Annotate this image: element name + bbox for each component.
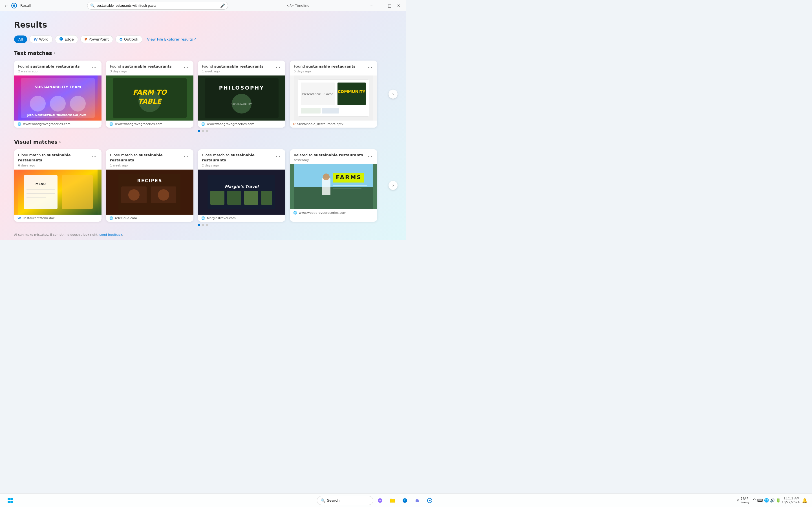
svg-point-9 <box>30 96 46 112</box>
microphone-icon[interactable]: 🎤 <box>220 3 225 8</box>
dot-1[interactable] <box>198 130 200 132</box>
card-title-text-3: Found sustainable restaurants <box>202 64 264 69</box>
svg-point-58 <box>323 173 329 180</box>
visual-match-card-3[interactable]: Close match to sustainable restaurants 2… <box>198 149 285 221</box>
card-header-3: Found sustainable restaurants 1 week ago… <box>198 61 285 75</box>
visual-matches-header[interactable]: Visual matches › <box>14 139 392 145</box>
vm-card-image-4: FARMS <box>290 164 377 209</box>
vm-card-title-text-4: Related to sustainable restaurants <box>294 153 363 158</box>
svg-point-11 <box>70 96 86 112</box>
visual-matches-carousel: Close match to sustainable restaurants 6… <box>14 149 392 221</box>
text-match-card-4[interactable]: Found sustainable restaurants 5 days ago… <box>290 61 377 128</box>
svg-point-10 <box>50 96 66 112</box>
dot-2[interactable] <box>202 130 204 132</box>
vm-card-footer-icon-3: 🌐 <box>201 216 205 220</box>
card-footer-url-4: Sustainable_Restaurants.pptx <box>297 122 343 126</box>
card-header-1: Found sustainable restaurants 2 weeks ag… <box>14 61 101 75</box>
svg-rect-53 <box>261 191 272 205</box>
outlook-tab-label: Outlook <box>124 37 139 41</box>
text-matches-header[interactable]: Text matches › <box>14 50 392 56</box>
text-matches-carousel: Found sustainable restaurants 2 weeks ag… <box>14 61 392 128</box>
card-footer-url-2: www.woodgrovegroceries.com <box>115 122 162 126</box>
vm-card-header-1: Close match to sustainable restaurants 6… <box>14 149 101 169</box>
timeline-button[interactable]: </> Timeline <box>284 2 312 9</box>
card-image-1: SUSTAINABILITY TEAM JORDI MARTINEZ MICHA… <box>14 75 101 121</box>
filter-tab-word[interactable]: W Word <box>29 36 53 43</box>
vm-card-footer-1: W RestaurantMenu.doc <box>14 215 101 222</box>
vm-card-footer-2: 🌐 relecloud.com <box>106 215 193 222</box>
search-input[interactable] <box>96 4 218 8</box>
more-options-button[interactable]: ⋯ <box>368 2 375 10</box>
ai-disclaimer-text: AI can make mistakes. If something doesn… <box>14 233 100 237</box>
external-link-icon: ↗ <box>194 38 196 41</box>
card-menu-1[interactable]: ⋯ <box>91 64 98 71</box>
card-time-2: 3 days ago <box>110 69 172 73</box>
svg-text:TABLE: TABLE <box>138 98 162 105</box>
vm-card-time-2: 1 week ago <box>110 164 183 167</box>
card-menu-2[interactable]: ⋯ <box>183 64 190 71</box>
svg-text:RECIPES: RECIPES <box>137 178 162 183</box>
filter-tab-edge[interactable]: Edge <box>55 35 78 43</box>
vm-card-title-text-1: Close match to sustainable restaurants <box>18 153 91 163</box>
card-header-2: Found sustainable restaurants 3 days ago… <box>106 61 193 75</box>
maximize-button[interactable]: □ <box>386 2 394 10</box>
vm-card-footer-icon-2: 🌐 <box>109 216 113 220</box>
visual-matches-chevron: › <box>59 139 61 145</box>
filter-tab-outlook[interactable]: O Outlook <box>115 36 143 43</box>
svg-point-1 <box>13 4 15 7</box>
send-feedback-link[interactable]: send feedback <box>100 233 122 237</box>
text-matches-next-arrow[interactable]: › <box>389 90 398 99</box>
vm-card-menu-2[interactable]: ⋯ <box>183 153 190 159</box>
card-header-4: Found sustainable restaurants 5 days ago… <box>290 61 377 75</box>
card-footer-2: 🌐 www.woodgrovegroceries.com <box>106 121 193 128</box>
svg-text:SUSTAINABILITY: SUSTAINABILITY <box>232 103 252 106</box>
card-title-2: Found sustainable restaurants 3 days ago <box>110 64 172 73</box>
back-button[interactable]: ← <box>3 3 9 8</box>
vm-card-menu-4[interactable]: ⋯ <box>366 153 373 159</box>
filter-tab-all[interactable]: All <box>14 36 27 43</box>
vm-card-header-3: Close match to sustainable restaurants 2… <box>198 149 285 169</box>
card-title-1: Found sustainable restaurants 2 weeks ag… <box>18 64 80 73</box>
visual-matches-grid: Close match to sustainable restaurants 6… <box>14 149 392 221</box>
word-tab-label: Word <box>39 37 48 41</box>
svg-text:FARMS: FARMS <box>336 174 362 180</box>
svg-text:Presentation1 · Saved: Presentation1 · Saved <box>302 93 333 96</box>
close-button[interactable]: ✕ <box>395 2 403 10</box>
text-match-card-2[interactable]: Found sustainable restaurants 3 days ago… <box>106 61 193 128</box>
vm-card-menu-1[interactable]: ⋯ <box>91 153 98 159</box>
visual-matches-next-arrow[interactable]: › <box>389 181 398 190</box>
vm-card-footer-icon-4: 🌐 <box>293 211 297 215</box>
card-footer-1: 🌐 www.woodgrovegroceries.com <box>14 121 101 128</box>
card-title-4: Found sustainable restaurants 5 days ago <box>294 64 356 73</box>
card-menu-3[interactable]: ⋯ <box>274 64 282 71</box>
vm-card-image-3: Margie's Travel <box>198 170 285 215</box>
vm-card-time-4: Yesterday <box>294 158 363 162</box>
vm-card-footer-4: 🌐 www.woodgrovegroceries.com <box>290 209 377 216</box>
vm-dot-3[interactable] <box>206 224 208 226</box>
visual-match-card-4[interactable]: Related to sustainable restaurants Yeste… <box>290 149 377 221</box>
vm-card-title-2: Close match to sustainable restaurants 1… <box>110 153 183 167</box>
titlebar-search-bar[interactable]: 🔍 🎤 <box>87 2 228 10</box>
page-title: Results <box>14 20 392 30</box>
card-footer-4: P Sustainable_Restaurants.pptx <box>290 121 377 128</box>
view-file-explorer-link[interactable]: View File Explorer results ↗ <box>147 37 196 41</box>
vm-card-menu-3[interactable]: ⋯ <box>274 153 282 159</box>
minimize-button[interactable]: — <box>377 2 385 10</box>
vm-card-title-1: Close match to sustainable restaurants 6… <box>18 153 91 167</box>
svg-text:COMMUNITY: COMMUNITY <box>338 89 366 94</box>
text-match-card-3[interactable]: Found sustainable restaurants 1 week ago… <box>198 61 285 128</box>
dot-3[interactable] <box>206 130 208 132</box>
svg-text:PHILOSOPHY: PHILOSOPHY <box>219 85 264 91</box>
filter-tab-powerpoint[interactable]: P PowerPoint <box>80 36 113 43</box>
visual-match-card-2[interactable]: Close match to sustainable restaurants 1… <box>106 149 193 221</box>
visual-matches-dots <box>14 224 392 226</box>
visual-match-card-1[interactable]: Close match to sustainable restaurants 6… <box>14 149 101 221</box>
vm-dot-2[interactable] <box>202 224 204 226</box>
text-match-card-1[interactable]: Found sustainable restaurants 2 weeks ag… <box>14 61 101 128</box>
timeline-label: Timeline <box>295 4 309 8</box>
vm-card-title-3: Close match to sustainable restaurants 2… <box>202 153 274 167</box>
powerpoint-tab-label: PowerPoint <box>89 37 109 41</box>
vm-dot-1[interactable] <box>198 224 200 226</box>
card-menu-4[interactable]: ⋯ <box>366 64 373 71</box>
svg-text:FARM TO: FARM TO <box>133 89 167 96</box>
